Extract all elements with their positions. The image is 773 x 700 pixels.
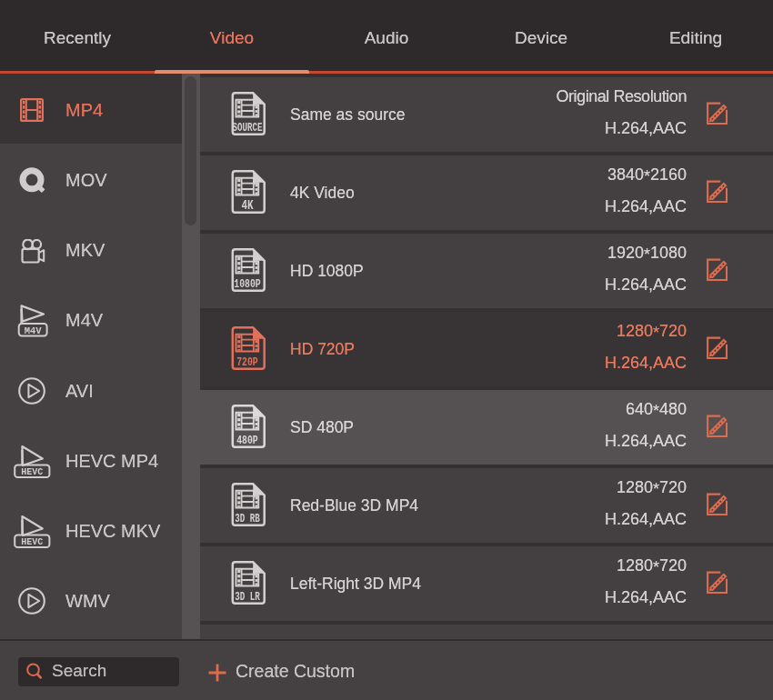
svg-text:M4V: M4V bbox=[25, 325, 43, 336]
svg-text:1080P: 1080P bbox=[234, 278, 261, 290]
svg-text:3D LR: 3D LR bbox=[235, 591, 260, 603]
svg-text:HEVC: HEVC bbox=[21, 467, 43, 477]
svg-text:3D RB: 3D RB bbox=[235, 513, 260, 525]
svg-text:SOURCE: SOURCE bbox=[232, 122, 262, 134]
svg-text:4K: 4K bbox=[241, 198, 253, 214]
svg-text:480P: 480P bbox=[236, 435, 258, 446]
svg-text:720P: 720P bbox=[236, 356, 258, 368]
svg-text:HEVC: HEVC bbox=[21, 537, 43, 547]
